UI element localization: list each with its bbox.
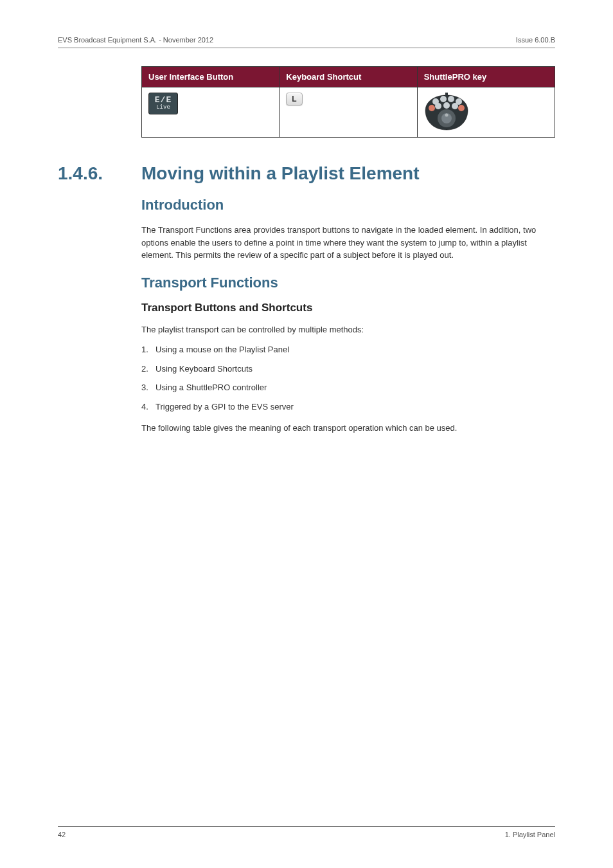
th-shuttlepro-key: ShuttlePRO key (417, 67, 555, 87)
shortcut-table: User Interface Button Keyboard Shortcut … (141, 66, 555, 138)
cell-keyboard-shortcut: L (280, 87, 417, 138)
intro-heading: Introduction (141, 197, 555, 213)
transport-lead: The playlist transport can be controlled… (141, 323, 555, 336)
transport-buttons-subheading: Transport Buttons and Shortcuts (141, 302, 555, 314)
list-item: 4.Triggered by a GPI to the EVS server (141, 401, 555, 413)
svg-point-4 (440, 96, 447, 102)
list-item-text: Using a ShuttlePRO controller (155, 383, 267, 392)
section-number: 1.4.6. (58, 163, 141, 184)
svg-rect-12 (445, 93, 448, 96)
header-right: Issue 6.00.B (516, 36, 555, 44)
cell-shuttlepro (417, 87, 555, 138)
svg-point-8 (435, 103, 441, 109)
methods-list: 1.Using a mouse on the Playlist Panel 2.… (141, 343, 555, 413)
intro-paragraph: The Transport Functions area provides tr… (141, 224, 555, 262)
shuttlepro-icon (424, 93, 469, 131)
list-item-text: Using Keyboard Shortcuts (155, 364, 253, 374)
svg-point-2 (445, 114, 448, 117)
transport-tail: The following table gives the meaning of… (141, 422, 555, 435)
page-footer: 42 1. Playlist Panel (58, 826, 555, 838)
svg-point-10 (452, 103, 458, 109)
footer-rule (58, 826, 555, 827)
keycap-l: L (286, 93, 302, 105)
svg-point-9 (443, 102, 450, 109)
list-item: 1.Using a mouse on the Playlist Panel (141, 343, 555, 356)
list-item: 2.Using Keyboard Shortcuts (141, 363, 555, 375)
th-keyboard-shortcut: Keyboard Shortcut (280, 67, 417, 87)
footer-page-number: 42 (58, 831, 66, 838)
table-row: E/E Live L (142, 87, 555, 138)
cell-ui-button: E/E Live (142, 87, 280, 138)
footer-section: 1. Playlist Panel (505, 831, 555, 838)
svg-point-5 (448, 96, 454, 102)
list-item: 3.Using a ShuttlePRO controller (141, 381, 555, 394)
svg-point-11 (458, 105, 465, 111)
ee-live-label-bottom: Live (149, 105, 177, 111)
section-title: Moving within a Playlist Element (141, 163, 420, 184)
list-item-text: Triggered by a GPI to the EVS server (155, 402, 294, 411)
header-left: EVS Broadcast Equipment S.A. - November … (58, 36, 213, 44)
section-heading-row: 1.4.6. Moving within a Playlist Element (141, 163, 555, 184)
svg-point-7 (429, 105, 435, 111)
ee-live-label-top: E/E (149, 96, 177, 105)
ee-live-button: E/E Live (148, 93, 178, 114)
list-item-text: Using a mouse on the Playlist Panel (155, 345, 289, 354)
page-header: EVS Broadcast Equipment S.A. - November … (58, 36, 555, 48)
header-rule (58, 48, 555, 48)
th-ui-button: User Interface Button (142, 67, 280, 87)
transport-functions-heading: Transport Functions (141, 275, 555, 291)
